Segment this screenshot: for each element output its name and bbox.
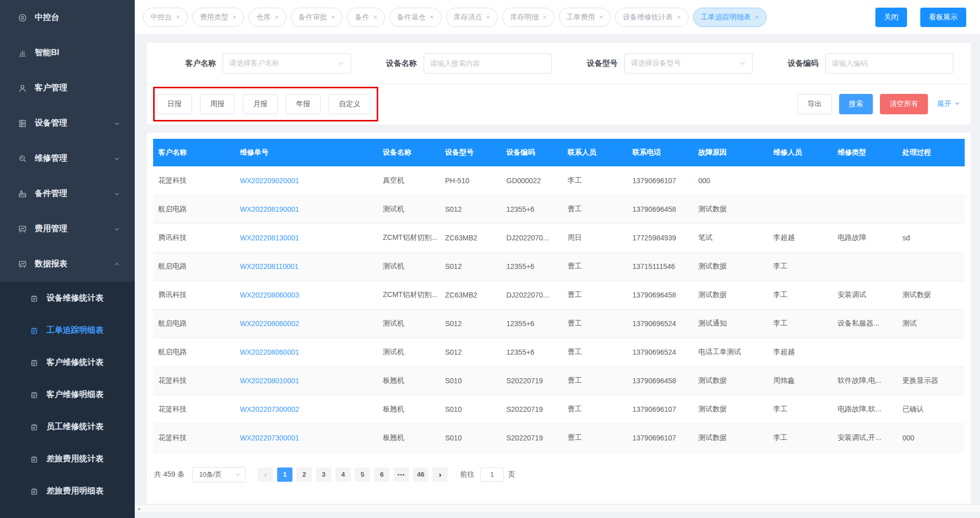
table-cell: 测试机 <box>378 338 440 366</box>
expand-label: 展开 <box>937 100 951 109</box>
work-order-link[interactable]: WX202208110001 <box>240 262 299 270</box>
close-button[interactable]: 关闭 <box>875 8 907 27</box>
select-placeholder: 请选择设备型号 <box>631 59 681 68</box>
tab-chip-work-order-expense[interactable]: 工单费用× <box>559 8 611 27</box>
customer-name-select[interactable]: 请选择客户名称 <box>223 53 351 73</box>
page-button-46[interactable]: 46 <box>413 467 428 482</box>
sidebar-item-console[interactable]: 中控台 <box>0 0 135 35</box>
sidebar-item-device-mgmt[interactable]: 设备管理 <box>0 106 135 141</box>
work-order-link[interactable]: WX202207300001 <box>240 434 299 442</box>
device-code-input[interactable] <box>825 53 954 73</box>
tab-chip-parts-return[interactable]: 备件返仓× <box>389 8 442 27</box>
sidebar-subitem-customer-repair-detail[interactable]: 客户维修明细表 <box>0 379 135 411</box>
device-code-text-input[interactable] <box>832 59 947 67</box>
close-tab-icon[interactable]: × <box>275 13 279 21</box>
table-cell: 测试数据 <box>693 366 768 395</box>
device-name-text-input[interactable] <box>430 59 546 67</box>
device-name-input[interactable] <box>424 53 552 73</box>
chevron-down-icon <box>113 226 120 233</box>
export-button[interactable]: 导出 <box>797 94 832 114</box>
sidebar-item-expense-mgmt[interactable]: 费用管理 <box>0 211 135 246</box>
tab-chip-expense-type[interactable]: 费用类型× <box>192 8 244 27</box>
close-tab-icon[interactable]: × <box>543 13 547 21</box>
tab-chip-device-repair-stats[interactable]: 设备维修统计表× <box>615 8 689 27</box>
tab-chip-parts-approval[interactable]: 备件审批× <box>291 8 343 27</box>
close-tab-icon[interactable]: × <box>677 13 681 21</box>
table-cell: S012 <box>440 195 501 224</box>
next-page-button[interactable]: › <box>432 467 448 482</box>
monthly-report-button[interactable]: 月报 <box>243 94 278 114</box>
clear-all-button[interactable]: 清空所有 <box>880 94 928 114</box>
sidebar-item-data-reports[interactable]: 数据报表 <box>0 246 135 282</box>
tab-chip-warehouse[interactable]: 仓库× <box>249 8 286 27</box>
work-order-link[interactable]: WX202208010001 <box>240 377 299 385</box>
sidebar-subitem-work-order-tracking[interactable]: 工单追踪明细表 <box>0 314 135 347</box>
tab-chip-inventory-detail[interactable]: 库存明细× <box>502 8 554 27</box>
sidebar-subitem-travel-expense-detail[interactable]: 差旅费用明细表 <box>0 475 135 507</box>
board-display-button[interactable]: 看板展示 <box>920 8 966 27</box>
sidebar-subitem-travel-expense-stats[interactable]: 差旅费用统计表 <box>0 443 135 475</box>
table-cell: 测试数据 <box>693 424 768 452</box>
table-cell: 13790696458 <box>627 195 693 224</box>
sidebar-subitem-customer-repair-stats[interactable]: 客户维修统计表 <box>0 347 135 379</box>
chevron-down-icon <box>113 190 120 198</box>
close-tab-icon[interactable]: × <box>233 13 237 21</box>
custom-report-button[interactable]: 自定义 <box>329 94 371 114</box>
filter-label-customer-name: 客户名称 <box>157 59 223 68</box>
tab-chip-parts[interactable]: 备件× <box>347 8 385 27</box>
page-button-4[interactable]: 4 <box>335 467 351 482</box>
close-tab-icon[interactable]: × <box>755 13 759 21</box>
close-tab-icon[interactable]: × <box>599 13 603 21</box>
close-tab-icon[interactable]: × <box>373 13 377 21</box>
expand-toggle[interactable]: 展开 <box>937 100 961 109</box>
table-cell: 板翘机 <box>378 395 440 424</box>
tab-chip-label: 备件返仓 <box>397 13 426 22</box>
close-tab-icon[interactable]: × <box>430 13 434 21</box>
goto-page-input[interactable] <box>480 467 504 482</box>
page-button-6[interactable]: 6 <box>374 467 389 482</box>
table-cell: PH-510 <box>440 166 501 195</box>
page-button-5[interactable]: 5 <box>355 467 370 482</box>
filter-fields-row: 客户名称请选择客户名称设备名称设备型号请选择设备型号设备编码 <box>157 53 961 73</box>
prev-page-button[interactable]: ‹ <box>258 467 273 482</box>
close-tab-icon[interactable]: × <box>486 13 491 21</box>
sidebar-item-smart-bi[interactable]: 智能BI <box>0 35 135 70</box>
search-button[interactable]: 搜索 <box>839 94 873 114</box>
page-button-2[interactable]: 2 <box>297 467 312 482</box>
tab-chip-work-order-tracking[interactable]: 工单追踪明细表× <box>693 8 767 27</box>
sidebar-subitem-employee-repair-stats[interactable]: 员工维修统计表 <box>0 411 135 443</box>
sidebar-item-customer-mgmt[interactable]: 客户管理 <box>0 70 135 106</box>
tab-chip-console[interactable]: 中控台× <box>143 8 188 27</box>
sidebar-item-parts-mgmt[interactable]: 备件管理 <box>0 176 135 211</box>
close-tab-icon[interactable]: × <box>176 13 180 21</box>
table-cell: 13715111546 <box>627 252 693 281</box>
table-cell: 腾讯科技 <box>153 224 235 252</box>
weekly-report-button[interactable]: 周报 <box>200 94 235 114</box>
work-order-link[interactable]: WX202208190001 <box>240 205 299 213</box>
table-cell: 测试通知 <box>693 309 768 338</box>
table-cell: S20220719 <box>501 366 562 395</box>
work-order-link[interactable]: WX202208060001 <box>240 348 299 356</box>
sidebar-item-repair-mgmt[interactable]: 维修管理 <box>0 141 135 176</box>
work-order-link[interactable]: WX202208130001 <box>240 234 299 242</box>
topbar: 中控台×费用类型×仓库×备件审批×备件×备件返仓×库存清点×库存明细×工单费用×… <box>135 0 980 35</box>
page-button-1[interactable]: 1 <box>277 467 292 482</box>
table-cell: 曹工 <box>562 195 627 224</box>
yearly-report-button[interactable]: 年报 <box>286 94 321 114</box>
tab-chip-inventory-check[interactable]: 库存清点× <box>446 8 498 27</box>
daily-report-button[interactable]: 日报 <box>157 94 192 114</box>
console-icon <box>17 13 28 23</box>
horizontal-scrollbar[interactable]: ◂ <box>135 504 980 512</box>
work-order-link[interactable]: WX202208060003 <box>240 291 299 299</box>
scroll-left-arrow[interactable]: ◂ <box>137 506 140 511</box>
page-button-3[interactable]: 3 <box>316 467 331 482</box>
work-order-link[interactable]: WX202208060002 <box>240 319 299 328</box>
table-cell: ZCMT铝材切割... <box>378 281 440 309</box>
sidebar-subitem-device-repair-stats[interactable]: 设备维修统计表 <box>0 282 135 314</box>
device-model-select[interactable]: 请选择设备型号 <box>624 53 753 73</box>
pager-ellipsis[interactable]: ••• <box>394 467 409 482</box>
close-tab-icon[interactable]: × <box>331 13 335 21</box>
work-order-link[interactable]: WX202209020001 <box>240 177 299 185</box>
page-size-select[interactable]: 10条/页 <box>192 467 246 482</box>
work-order-link[interactable]: WX202207300002 <box>240 405 299 413</box>
